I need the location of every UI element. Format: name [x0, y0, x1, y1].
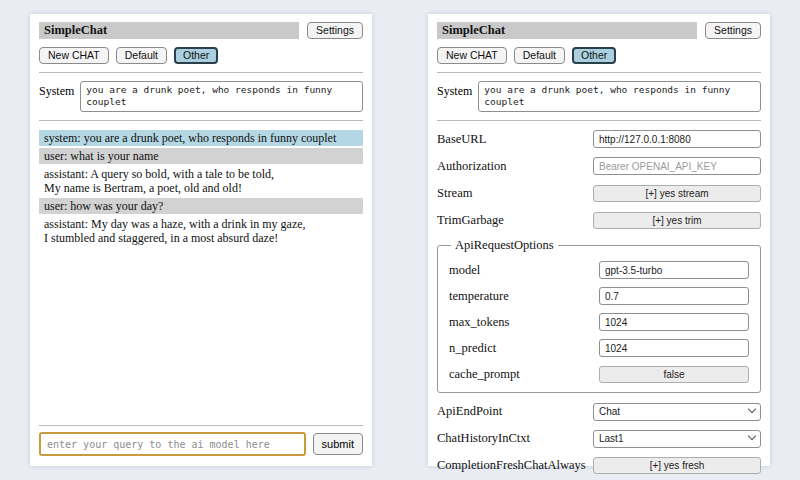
setting-row-trimgarbage: TrimGarbage [+] yes trim [437, 211, 761, 229]
baseurl-label: BaseURL [437, 132, 486, 147]
divider [437, 120, 761, 121]
chat-message-list: system: you are a drunk poet, who respon… [39, 130, 363, 248]
max-tokens-input[interactable] [599, 313, 749, 331]
system-label: System [437, 81, 472, 112]
settings-button[interactable]: Settings [705, 22, 761, 39]
temperature-input[interactable] [599, 287, 749, 305]
setting-row-model: model [449, 261, 749, 279]
chat-message-assistant: assistant: My day was a haze, with a dri… [39, 216, 363, 246]
submit-button[interactable]: submit [313, 433, 363, 455]
api-endpoint-select[interactable]: Chat [593, 403, 761, 421]
setting-row-authorization: Authorization [437, 157, 761, 175]
chat-history-select-wrap: Last1 [593, 428, 761, 448]
setting-row-n-predict: n_predict [449, 339, 749, 357]
chat-message-user: user: how was your day? [39, 198, 363, 214]
session-toolbar: New CHAT Default Other [39, 47, 363, 64]
app-title: SimpleChat [437, 22, 697, 39]
model-label: model [449, 263, 480, 278]
session-default-button[interactable]: Default [116, 47, 167, 64]
setting-row-api-endpoint: ApiEndPoint Chat [437, 402, 761, 420]
setting-row-chat-history: ChatHistoryInCtxt Last1 [437, 429, 761, 447]
api-request-options-fieldset: ApiRequestOptions model temperature max_… [437, 238, 761, 393]
divider [39, 120, 363, 121]
chat-panel: SimpleChat Settings New CHAT Default Oth… [30, 14, 372, 466]
api-endpoint-select-wrap: Chat [593, 401, 761, 421]
session-other-button[interactable]: Other [572, 47, 616, 64]
system-prompt-row: System you are a drunk poet, who respond… [39, 81, 363, 112]
baseurl-input[interactable] [593, 130, 761, 148]
settings-button[interactable]: Settings [307, 22, 363, 39]
system-label: System [39, 81, 74, 112]
api-request-options-legend: ApiRequestOptions [451, 238, 558, 253]
title-bar: SimpleChat Settings [437, 22, 761, 39]
authorization-label: Authorization [437, 159, 506, 174]
setting-row-max-tokens: max_tokens [449, 313, 749, 331]
session-other-button[interactable]: Other [174, 47, 218, 64]
fresh-chat-toggle-button[interactable]: [+] yes fresh [593, 457, 761, 474]
chat-message-user: user: what is your name [39, 148, 363, 164]
chat-message-system: system: you are a drunk poet, who respon… [39, 130, 363, 146]
chat-history-label: ChatHistoryInCtxt [437, 431, 530, 446]
new-chat-button[interactable]: New CHAT [437, 47, 507, 64]
fresh-chat-label: CompletionFreshChatAlways [437, 458, 586, 473]
setting-row-temperature: temperature [449, 287, 749, 305]
temperature-label: temperature [449, 289, 509, 304]
divider [39, 72, 363, 73]
spacer [39, 248, 363, 417]
stream-toggle-button[interactable]: [+] yes stream [593, 185, 761, 202]
stage: SimpleChat Settings New CHAT Default Oth… [0, 0, 800, 480]
system-prompt-textarea[interactable]: you are a drunk poet, who responds in fu… [478, 81, 761, 112]
system-prompt-row: System you are a drunk poet, who respond… [437, 81, 761, 112]
divider [39, 425, 363, 426]
query-row: submit [39, 432, 363, 456]
setting-row-baseurl: BaseURL [437, 130, 761, 148]
setting-row-cache-prompt: cache_prompt false [449, 365, 749, 383]
system-prompt-textarea[interactable]: you are a drunk poet, who responds in fu… [80, 81, 363, 112]
max-tokens-label: max_tokens [449, 315, 509, 330]
divider [437, 72, 761, 73]
stream-label: Stream [437, 186, 472, 201]
setting-row-fresh-chat: CompletionFreshChatAlways [+] yes fresh [437, 456, 761, 474]
setting-row-stream: Stream [+] yes stream [437, 184, 761, 202]
chat-message-assistant: assistant: A query so bold, with a tale … [39, 166, 363, 196]
app-title: SimpleChat [39, 22, 299, 39]
model-input[interactable] [599, 261, 749, 279]
api-endpoint-label: ApiEndPoint [437, 404, 502, 419]
title-bar: SimpleChat Settings [39, 22, 363, 39]
chat-history-select[interactable]: Last1 [593, 430, 761, 448]
trimgarbage-toggle-button[interactable]: [+] yes trim [593, 212, 761, 229]
cache-prompt-toggle-button[interactable]: false [599, 366, 749, 383]
trimgarbage-label: TrimGarbage [437, 213, 504, 228]
new-chat-button[interactable]: New CHAT [39, 47, 109, 64]
query-input[interactable] [39, 432, 306, 456]
session-default-button[interactable]: Default [514, 47, 565, 64]
session-toolbar: New CHAT Default Other [437, 47, 761, 64]
settings-panel: SimpleChat Settings New CHAT Default Oth… [428, 14, 770, 466]
cache-prompt-label: cache_prompt [449, 367, 520, 382]
n-predict-input[interactable] [599, 339, 749, 357]
n-predict-label: n_predict [449, 341, 496, 356]
authorization-input[interactable] [593, 157, 761, 175]
